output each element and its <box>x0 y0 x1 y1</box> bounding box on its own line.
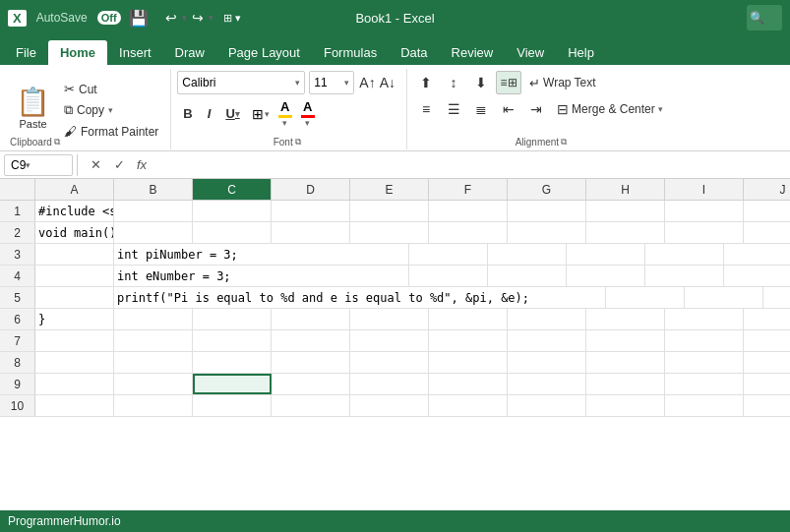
cell-i9[interactable] <box>665 374 744 394</box>
col-header-a[interactable]: A <box>35 179 114 200</box>
tab-home[interactable]: Home <box>48 40 107 65</box>
row-number[interactable]: 10 <box>0 395 35 416</box>
cell-f4[interactable] <box>645 266 724 286</box>
row-number[interactable]: 4 <box>0 266 35 286</box>
cell-e1[interactable] <box>350 201 429 221</box>
col-header-b[interactable]: B <box>114 179 193 200</box>
cell-d8[interactable] <box>272 352 350 373</box>
cell-i1[interactable] <box>665 201 744 221</box>
cell-h1[interactable] <box>586 201 665 221</box>
col-header-e[interactable]: E <box>350 179 429 200</box>
align-right-button[interactable]: ≣ <box>468 97 494 121</box>
cell-g10[interactable] <box>508 395 586 416</box>
cell-g7[interactable] <box>508 330 586 351</box>
cell-j6[interactable] <box>744 309 790 329</box>
tab-page-layout[interactable]: Page Layout <box>216 40 312 65</box>
cell-e7[interactable] <box>350 330 429 351</box>
bold-button[interactable]: B <box>177 102 198 126</box>
cell-b5[interactable]: printf("Pi is equal to %d and e is equal… <box>114 287 606 308</box>
cell-c4[interactable] <box>409 266 488 286</box>
cell-ref-dropdown-icon[interactable]: ▾ <box>26 160 30 170</box>
alignment-expand-icon[interactable]: ⧉ <box>561 137 567 148</box>
decrease-indent-button[interactable]: ⇤ <box>496 97 521 121</box>
cell-reference-box[interactable]: C9 ▾ <box>4 154 73 176</box>
merge-center-dropdown-icon[interactable]: ▾ <box>658 104 663 114</box>
cell-c9[interactable] <box>193 374 272 394</box>
cell-c6[interactable] <box>193 309 272 329</box>
cell-f8[interactable] <box>429 352 508 373</box>
fill-color-dropdown-icon[interactable]: ▾ <box>282 118 287 128</box>
format-painter-button[interactable]: 🖌 Format Painter <box>60 122 162 141</box>
cell-c10[interactable] <box>193 395 272 416</box>
cell-f9[interactable] <box>429 374 508 394</box>
cell-h8[interactable] <box>586 352 665 373</box>
cell-b2[interactable] <box>114 222 193 243</box>
cell-g1[interactable] <box>508 201 586 221</box>
cell-i8[interactable] <box>665 352 744 373</box>
cell-j7[interactable] <box>744 330 790 351</box>
cell-a8[interactable] <box>35 352 114 373</box>
cell-c5[interactable] <box>606 287 685 308</box>
increase-indent-button[interactable]: ⇥ <box>523 97 549 121</box>
cell-i7[interactable] <box>665 330 744 351</box>
cell-i6[interactable] <box>665 309 744 329</box>
fill-color-button[interactable]: A ▾ <box>275 97 295 130</box>
tab-file[interactable]: File <box>4 40 48 65</box>
customize-qat-icon[interactable]: ⊞ ▾ <box>223 12 241 25</box>
underline-button[interactable]: U ▾ <box>219 102 245 126</box>
merge-center-button[interactable]: ⊟ Merge & Center ▾ <box>551 97 669 121</box>
cancel-formula-button[interactable]: ✕ <box>86 157 105 172</box>
cell-j2[interactable] <box>744 222 790 243</box>
cell-d9[interactable] <box>272 374 350 394</box>
copy-button[interactable]: ⧉ Copy ▾ <box>60 100 162 120</box>
cell-d1[interactable] <box>272 201 350 221</box>
cell-c2[interactable] <box>193 222 272 243</box>
cell-d3[interactable] <box>488 244 567 265</box>
wrap-text-button[interactable]: ↵ Wrap Text <box>523 71 602 94</box>
cell-e10[interactable] <box>350 395 429 416</box>
col-header-j[interactable]: J <box>744 179 790 200</box>
row-number[interactable]: 3 <box>0 244 35 265</box>
align-middle-button[interactable]: ↕ <box>441 71 466 94</box>
increase-font-button[interactable]: A↑ <box>358 74 376 91</box>
cell-g9[interactable] <box>508 374 586 394</box>
tab-help[interactable]: Help <box>556 40 606 65</box>
cell-f7[interactable] <box>429 330 508 351</box>
cell-a4[interactable] <box>35 266 114 286</box>
autosave-toggle[interactable]: Off <box>97 11 121 25</box>
cell-c3[interactable] <box>409 244 488 265</box>
cell-j1[interactable] <box>744 201 790 221</box>
col-header-h[interactable]: H <box>586 179 665 200</box>
col-header-f[interactable]: F <box>429 179 508 200</box>
cell-h6[interactable] <box>586 309 665 329</box>
tab-insert[interactable]: Insert <box>107 40 163 65</box>
cell-a7[interactable] <box>35 330 114 351</box>
cell-a3[interactable] <box>35 244 114 265</box>
col-header-c[interactable]: C <box>193 179 272 200</box>
search-button[interactable]: 🔍 <box>747 5 782 30</box>
cell-a1[interactable]: #include <stdio.h> <box>35 201 114 221</box>
cell-e2[interactable] <box>350 222 429 243</box>
cell-g6[interactable] <box>508 309 586 329</box>
cell-d5[interactable] <box>685 287 763 308</box>
cell-j8[interactable] <box>744 352 790 373</box>
cell-d10[interactable] <box>272 395 350 416</box>
cell-b10[interactable] <box>114 395 193 416</box>
font-color-button[interactable]: A ▾ <box>298 97 318 130</box>
cell-e6[interactable] <box>350 309 429 329</box>
cell-h7[interactable] <box>586 330 665 351</box>
font-color-dropdown-icon[interactable]: ▾ <box>305 118 310 128</box>
copy-dropdown-icon[interactable]: ▾ <box>108 105 113 115</box>
col-header-d[interactable]: D <box>272 179 350 200</box>
col-header-i[interactable]: I <box>665 179 744 200</box>
cell-j9[interactable] <box>744 374 790 394</box>
cell-d7[interactable] <box>272 330 350 351</box>
cell-a10[interactable] <box>35 395 114 416</box>
tab-formulas[interactable]: Formulas <box>312 40 389 65</box>
align-bottom-button[interactable]: ⬇ <box>468 71 494 94</box>
cell-e9[interactable] <box>350 374 429 394</box>
row-number[interactable]: 1 <box>0 201 35 221</box>
cell-h9[interactable] <box>586 374 665 394</box>
cell-f10[interactable] <box>429 395 508 416</box>
borders-dropdown-icon[interactable]: ▾ <box>265 109 270 119</box>
